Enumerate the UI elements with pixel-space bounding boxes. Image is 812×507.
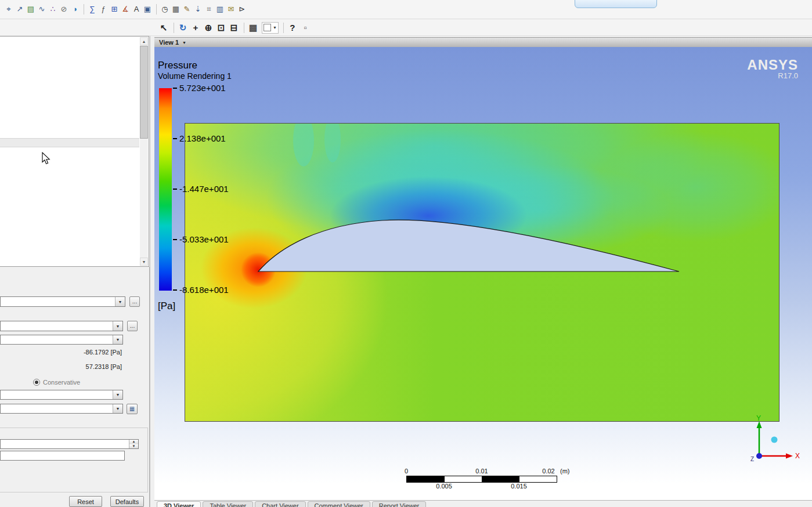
range-combo[interactable]: ▼: [0, 335, 123, 345]
slideshow-icon[interactable]: ⊳: [237, 3, 247, 15]
legend-tick-label: -1.447e+001: [179, 184, 229, 194]
ansys-logo: ANSYS R17.0: [747, 59, 798, 80]
tree-scrollbar[interactable]: ▲ ▼: [140, 37, 148, 266]
spin-down-icon[interactable]: ▼: [129, 444, 138, 449]
render-options-icon[interactable]: ▩: [247, 21, 259, 34]
tab-table-viewer[interactable]: Table Viewer: [203, 501, 253, 507]
spin-up-icon[interactable]: ▲: [129, 440, 138, 444]
select-icon[interactable]: ↖: [158, 21, 169, 34]
color-map-edit-button[interactable]: ▦: [127, 404, 138, 414]
panel-divider[interactable]: [150, 36, 150, 507]
ruler-label: 0.02: [542, 468, 554, 475]
variable-combo[interactable]: ▼: [0, 321, 123, 331]
scroll-down-icon[interactable]: ▼: [140, 258, 148, 266]
pan-icon[interactable]: +: [190, 21, 201, 34]
probe-icon[interactable]: ⇣: [193, 3, 203, 15]
scale-ruler: 00.010.02(m) 0.0050.015: [406, 468, 575, 494]
zoom-icon[interactable]: ⊕: [203, 21, 214, 34]
timestep-selector-icon[interactable]: ◷: [160, 3, 170, 15]
outline-tree-panel[interactable]: ▲ ▼: [0, 36, 149, 267]
view-label: View 1: [159, 39, 179, 46]
clip-plane-icon[interactable]: ⊘: [59, 3, 69, 15]
viewer-toolbar: ↖↻+⊕⊡⊟▩▼?▫: [0, 20, 812, 36]
ruler-segment: [407, 476, 445, 482]
color-map-combo[interactable]: ▼: [0, 404, 123, 414]
legend-visibility-icon[interactable]: ▫: [299, 21, 311, 34]
ruler-bottom-labels: 0.0050.015: [406, 483, 575, 490]
volume-rendering-icon[interactable]: ◑: [70, 3, 80, 15]
streamline-icon[interactable]: ∿: [37, 3, 47, 15]
viewer-toolbar-icons: ↖↻+⊕⊡⊟▩▼?▫: [158, 21, 312, 34]
ansys-brand-text: ANSYS: [747, 59, 798, 71]
legend-tick-mark: [173, 88, 177, 89]
contour-icon[interactable]: ▤: [26, 3, 36, 15]
ruler-label: 0: [405, 468, 408, 475]
legend-tick-mark: [173, 138, 177, 139]
chevron-down-icon: ▼: [273, 26, 277, 30]
legend-tick-mark: [173, 189, 177, 190]
toolbar-separator: [283, 23, 284, 33]
view-direction-combo[interactable]: ▼: [262, 22, 279, 34]
cfd-post-window: ⌖↗▤∿∴⊘◑∑ƒ⊞∡A▣◷▦✎⇣⌗▥✉⊳ ↖↻+⊕⊡⊟▩▼?▫ ▲ ▼ ▼ .…: [0, 0, 812, 507]
domains-browse-button[interactable]: ...: [129, 296, 140, 307]
chevron-down-icon[interactable]: ▼: [115, 297, 125, 306]
chevron-down-icon[interactable]: ▼: [113, 335, 122, 344]
report-templates-icon[interactable]: ▥: [215, 3, 225, 15]
color-scale-combo[interactable]: ▼: [0, 390, 123, 400]
ansys-version-text: R17.0: [747, 71, 798, 80]
chart-icon[interactable]: ∡: [120, 3, 131, 15]
mouse-cursor: [42, 152, 51, 165]
zoom-fit-icon[interactable]: ⊟: [228, 21, 240, 34]
ruler-label: 0.01: [475, 468, 488, 475]
figure-icon[interactable]: ▣: [142, 3, 153, 15]
main-toolbar: ⌖↗▤∿∴⊘◑∑ƒ⊞∡A▣◷▦✎⇣⌗▥✉⊳: [0, 0, 812, 19]
main-toolbar-icons: ⌖↗▤∿∴⊘◑∑ƒ⊞∡A▣◷▦✎⇣⌗▥✉⊳: [3, 3, 248, 15]
rotate-icon[interactable]: ↻: [177, 21, 189, 34]
view-header-dropdown[interactable]: View 1 ▼: [154, 37, 812, 47]
coordinate-triad: Y X Z: [746, 415, 802, 465]
legend-tick-label: 2.138e+001: [179, 133, 226, 143]
transparency-input[interactable]: [0, 451, 125, 461]
chevron-down-icon[interactable]: ▼: [113, 390, 122, 399]
tab-report-viewer[interactable]: Report Viewer: [372, 501, 427, 507]
defaults-button[interactable]: Defaults: [110, 496, 144, 507]
function-calculator-icon[interactable]: ⌗: [204, 3, 214, 15]
3d-viewport[interactable]: Pressure Volume Rendering 1 5.723e+0012.…: [154, 47, 812, 507]
legend-title: Pressure: [158, 60, 197, 71]
scroll-up-icon[interactable]: ▲: [140, 37, 148, 45]
chevron-down-icon[interactable]: ▼: [113, 404, 122, 413]
animation-icon[interactable]: ▦: [171, 3, 181, 15]
legend-subtitle: Volume Rendering 1: [158, 71, 232, 81]
scrollbar-thumb[interactable]: [140, 46, 148, 139]
text-icon[interactable]: A: [131, 3, 142, 15]
comment-icon[interactable]: ✉: [226, 3, 236, 15]
chevron-down-icon[interactable]: ▼: [113, 321, 122, 331]
tab-chart-viewer[interactable]: Chart Viewer: [255, 501, 305, 507]
variable-icon[interactable]: ƒ: [98, 3, 109, 15]
spinner-buttons[interactable]: ▲▼: [129, 440, 138, 448]
vector-icon[interactable]: ↗: [15, 3, 25, 15]
reset-button[interactable]: Reset: [69, 496, 102, 507]
probe-what-icon[interactable]: ?: [287, 21, 298, 34]
expression-icon[interactable]: ∑: [87, 3, 98, 15]
tree-splitter[interactable]: [0, 138, 139, 147]
toolbar-separator: [244, 23, 244, 33]
location-icon[interactable]: ⌖: [3, 3, 14, 15]
domains-combo[interactable]: ▼: [0, 296, 125, 307]
tab-comment-viewer[interactable]: Comment Viewer: [308, 501, 370, 507]
floating-window-fragment: [575, 0, 657, 8]
zoom-box-icon[interactable]: ⊡: [215, 21, 227, 34]
particle-track-icon[interactable]: ∴: [48, 3, 58, 15]
toolbar-separator: [156, 4, 157, 15]
conservative-radio[interactable]: [33, 379, 40, 386]
resolution-spinner[interactable]: ▲▼: [0, 439, 139, 449]
table-icon[interactable]: ⊞: [109, 3, 120, 15]
z-axis-dot: [756, 453, 762, 459]
min-value: -86.1792 [Pa]: [0, 349, 123, 356]
quick-editor-icon[interactable]: ✎: [182, 3, 192, 15]
tab-3d-viewer[interactable]: 3D Viewer: [157, 501, 201, 507]
ruler-unit: (m): [560, 468, 570, 475]
max-value: 57.2318 [Pa]: [0, 363, 123, 370]
variable-browse-button[interactable]: ...: [127, 321, 138, 331]
ruler-label: 0.015: [511, 483, 527, 490]
